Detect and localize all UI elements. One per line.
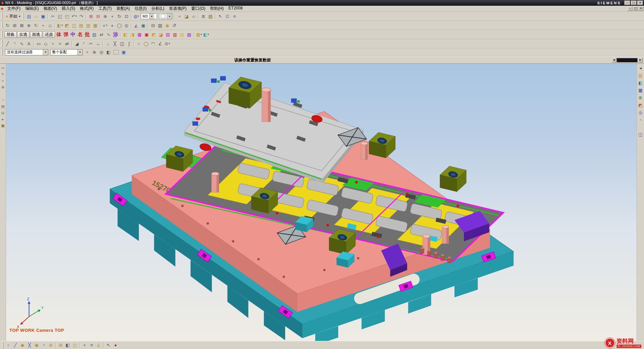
part-navigator-icon[interactable]: ▦ [638,87,644,93]
binder-icon[interactable]: ◨ [129,31,136,38]
menu-preferences[interactable]: 首选项(P) [167,5,189,12]
menu-tools[interactable]: 工具(T) [96,5,114,12]
toolbar-grip[interactable] [2,342,3,349]
menu-et2008[interactable]: ET2008 [226,5,245,12]
interference-check-button[interactable]: 涉 [112,31,119,38]
menu-view[interactable]: 视图(V) [41,5,59,12]
selection-scope-combo[interactable]: 整个装配 ▾ [50,49,83,55]
menu-format[interactable]: 格式(R) [78,5,96,12]
zoom-box-icon[interactable]: ⊠ [18,22,25,29]
save-icon[interactable]: ▣ [39,13,47,20]
macro-record-icon[interactable]: ● [112,342,119,349]
layout-icon[interactable]: ⊟ [150,22,157,29]
arc-icon[interactable]: ◝ [11,40,18,47]
trim-curve-icon[interactable]: ✂ [87,40,95,47]
point-set-icon[interactable]: ⊙ [164,40,171,47]
collapse-arrow-icon[interactable]: ◂ [638,65,644,71]
formability-icon[interactable]: ▣ [143,31,150,38]
body-display-button[interactable]: 体 [55,31,62,38]
start-menu-button[interactable]: ● 开始 [4,12,22,20]
replace-button[interactable]: 替换 [4,31,17,38]
menu-file[interactable]: 文件(F) [5,5,23,12]
right-view-icon[interactable]: ▥ [85,22,92,29]
menu-edit[interactable]: 编辑(E) [23,5,41,12]
intersection-snap-icon[interactable]: ╳ [26,342,33,349]
expand-icon[interactable]: ▸ [0,116,6,122]
object-info-icon[interactable]: ≡ [231,13,238,20]
chevron-down-icon[interactable]: ▾ [43,50,48,55]
extend-icon[interactable]: ↔ [95,40,102,47]
grid-snap-icon[interactable]: ⊞ [57,342,64,349]
minimize-button[interactable]: – [624,1,630,5]
select-scope-icon[interactable]: ⊕ [91,49,98,56]
undo-icon[interactable]: ↶ [71,13,78,20]
shaded-view-icon[interactable]: ◍ [133,13,140,20]
web-browser-icon[interactable]: ◎ [638,110,644,115]
solid-translucency-button[interactable]: 实透 [17,31,29,38]
intersect-curve-icon[interactable]: ╳ [111,40,118,47]
scroll-track[interactable] [617,58,638,62]
history-clock-icon[interactable]: ◔ [0,97,6,103]
draw-die-icon[interactable]: ▤ [164,31,171,38]
face-snap-icon[interactable]: ◧ [64,342,71,349]
annotation-button[interactable]: 批 [84,31,91,38]
background-icon[interactable]: ▨ [157,22,164,29]
face-filter-icon[interactable]: ◧ [105,49,112,56]
pan-view-icon[interactable]: + [39,22,47,29]
spline-icon[interactable]: ∿ [18,40,25,47]
back-view-icon[interactable]: ▦ [92,22,99,29]
ellipse-icon[interactable]: ◯ [142,40,150,47]
open-icon[interactable]: ▱ [32,13,39,20]
midpoint-snap-icon[interactable]: ◆ [19,342,26,349]
section-curve-icon[interactable]: ◫ [118,40,126,47]
angle-icon[interactable]: ∠ [157,40,164,47]
project-curve-icon[interactable]: ↓ [104,40,111,47]
snap-settings-icon[interactable]: + [84,49,91,56]
menu-window[interactable]: 窗口(O) [189,5,208,12]
perspective-icon[interactable]: ◇ [47,22,54,29]
assembly-navigator-icon[interactable]: ▨ [638,73,644,78]
chevron-down-icon[interactable]: ▾ [77,50,82,55]
text-icon[interactable]: A [25,40,32,47]
display-mode-combo[interactable]: M3 ▾ [141,13,157,19]
sketch-icon[interactable]: ▱ [190,13,197,20]
menu-assemblies[interactable]: 装配(A) [114,5,132,12]
trim-line-icon[interactable]: ◪ [157,31,164,38]
polygon-icon[interactable]: ◇ [42,40,49,47]
fit-icon[interactable]: ⊞ [11,22,18,29]
view-combo-icon[interactable]: ◧ [203,31,210,38]
toolbar-grip[interactable] [1,49,3,56]
copy-icon[interactable]: ◱ [56,13,63,20]
flatten-icon[interactable]: ∿ [105,31,112,38]
pan-icon[interactable]: + [109,13,116,20]
toolbar-grip[interactable] [1,31,3,38]
object-color-swatch[interactable]: ▾ [159,13,172,19]
center-tool-button[interactable]: 中 [70,31,77,38]
rotate-icon[interactable]: ↻ [32,22,39,29]
rectangle-select-icon[interactable] [113,50,119,54]
refresh-icon[interactable]: ↻ [4,22,11,29]
layer-settings-icon[interactable]: ≣ [200,13,207,20]
maximize-button[interactable]: ▢ [631,1,637,5]
snap-point-icon[interactable]: + [176,13,183,20]
rotate-view-icon[interactable]: ↻ [116,13,123,20]
menu-help[interactable]: 帮助(H) [208,5,226,12]
toolbar-grip[interactable] [1,40,3,47]
toolbar-grip[interactable] [1,22,3,29]
center-snap-icon[interactable]: ◉ [33,342,40,349]
chevron-down-icon[interactable]: ▾ [149,14,154,19]
child-close-button[interactable]: ✕ [638,6,643,11]
zoom-icon[interactable]: ⊕ [102,13,109,20]
reuse-library-icon[interactable]: ≣ [638,95,644,101]
hidden-edges-icon[interactable]: ◎ [123,22,130,29]
cursor-tool-icon[interactable]: ↖ [0,72,6,77]
clip-section-icon[interactable]: ◭ [133,22,140,29]
rectangle-icon[interactable]: ▭ [35,40,42,47]
paste-icon[interactable]: ◰ [63,13,71,20]
edge-snap-icon[interactable]: ◫ [71,342,78,349]
face-translucency-button[interactable]: 面透 [30,31,42,38]
line-icon[interactable]: ╱ [4,40,11,47]
swap-sides-icon[interactable]: ⇄ [98,31,105,38]
measure-icon[interactable]: ∅ [224,13,231,20]
pan-hand-icon[interactable]: + [0,78,6,83]
